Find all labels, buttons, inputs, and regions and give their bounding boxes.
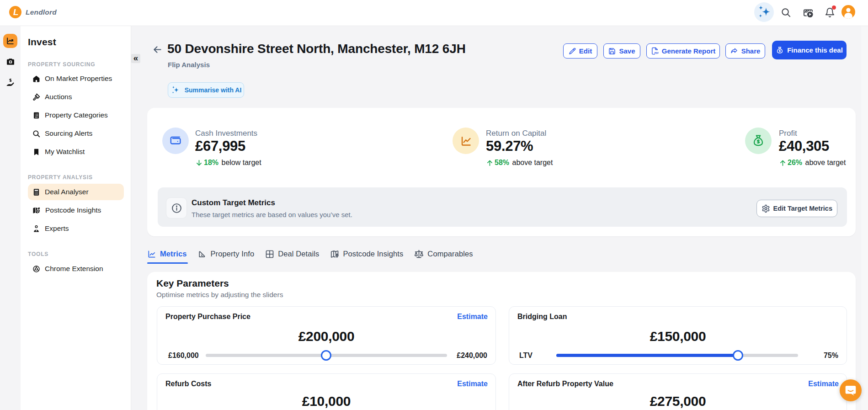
svg-text:PDF: PDF (655, 52, 659, 54)
svg-text:L: L (13, 7, 19, 17)
